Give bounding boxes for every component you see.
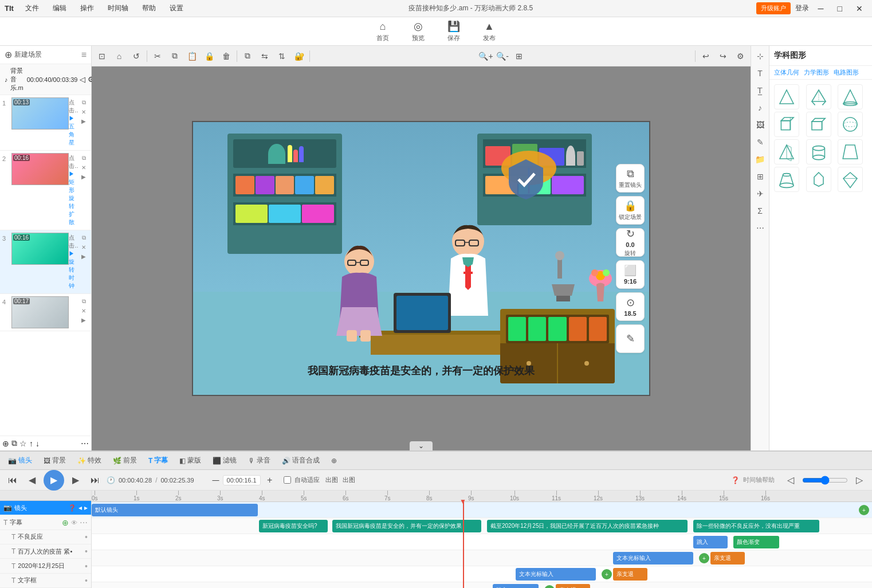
tl-frame-add[interactable]: + <box>264 472 276 488</box>
ctb-cut[interactable]: ✂ <box>150 48 166 64</box>
right-icon-folder[interactable]: 📁 <box>752 151 768 167</box>
ctb-zoom-out[interactable]: 🔍- <box>494 48 510 64</box>
ctb-redo[interactable]: ↪ <box>715 48 731 64</box>
ctb-lock[interactable]: 🔒 <box>201 48 217 64</box>
text1-more[interactable]: • <box>85 532 88 542</box>
shape-cone[interactable] <box>838 84 863 109</box>
scene-item-3[interactable]: 3 00:16 点击添加备注信息之 ▶ 旋转时钟 ⧉ ✕ ▶ <box>0 230 91 294</box>
scene-more-icon[interactable]: ⋯ <box>81 439 89 448</box>
right-icon-transform[interactable]: ⊹ <box>752 48 768 64</box>
menu-operate[interactable]: 操作 <box>78 2 96 14</box>
tl-next-frame[interactable]: ▶ <box>68 472 84 488</box>
tl-frame-input[interactable]: 00:00:16.1 <box>223 475 261 485</box>
scene-add-icon[interactable]: ⊕ <box>2 439 9 448</box>
tl-tab-tts[interactable]: 🔊 语音合成 <box>278 454 323 467</box>
scene-item-1[interactable]: 1 00:13 点击添加备注信息之 ▶ 五角星 ⧉ ✕ ▶ <box>0 95 91 151</box>
tl-tab-subtitle[interactable]: T 字幕 <box>145 454 171 467</box>
menu-file[interactable]: 文件 <box>23 2 41 14</box>
subtitle-clip-1[interactable]: 新冠病毒疫苗安全吗? <box>259 520 328 532</box>
scene-item-4[interactable]: 4 00:17 ⧉ ✕ ▶ <box>0 294 91 331</box>
tl-prev-frame[interactable]: ◀ <box>24 472 40 488</box>
ctb-home[interactable]: ⌂ <box>111 48 127 64</box>
right-icon-table[interactable]: ⊞ <box>752 168 768 185</box>
text3-green-btn[interactable]: + <box>602 569 612 579</box>
tl-tab-more[interactable]: ⊕ <box>328 455 340 467</box>
shape-trapezoid[interactable] <box>838 139 863 164</box>
scene-cb-play-1[interactable]: ▶ <box>80 117 88 125</box>
text1-clip-color[interactable]: 颜色渐变 <box>733 536 779 548</box>
tl-export1[interactable]: 出图 <box>325 476 338 484</box>
scene-cb-copy-4[interactable]: ⧉ <box>80 297 88 305</box>
text4-green-btn[interactable]: + <box>544 585 555 588</box>
text2-clip-anim[interactable]: 亲支退 <box>710 552 745 565</box>
upgrade-button[interactable]: 升级账户 <box>756 2 791 14</box>
ctb-settings[interactable]: ⚙ <box>732 48 748 64</box>
close-button[interactable]: ✕ <box>851 3 867 14</box>
tl-minus[interactable]: — <box>213 476 219 484</box>
right-icon-scissors[interactable]: ✈ <box>752 186 768 202</box>
ctb-group[interactable]: ⧉ <box>239 48 256 64</box>
menu-settings[interactable]: 设置 <box>167 2 186 14</box>
text1-clip-jump[interactable]: 跳入 <box>693 536 728 548</box>
shape-sphere[interactable] <box>838 112 863 137</box>
scene-cb-play-4[interactable]: ▶ <box>80 316 88 324</box>
tl-tab-fx[interactable]: ✨ 特效 <box>74 454 105 467</box>
ctb-zoom-in[interactable]: 🔍+ <box>478 48 494 64</box>
lens-track-help[interactable]: ❓ <box>68 504 76 512</box>
reset-camera-button[interactable]: ⧉ 重置镜头 <box>616 164 645 193</box>
menu-edit[interactable]: 编辑 <box>50 2 69 14</box>
shape-frustum[interactable] <box>774 167 799 192</box>
ctb-lock2[interactable]: 🔐 <box>291 48 307 64</box>
tl-to-start[interactable]: ⏮ <box>5 472 21 488</box>
scene-cb-copy-1[interactable]: ⧉ <box>80 99 88 107</box>
text4-clip-jump[interactable]: 跳入 <box>493 584 539 588</box>
edit-tool[interactable]: ✎ <box>616 324 645 353</box>
text3-more[interactable]: • <box>85 562 88 571</box>
tl-tab-lens[interactable]: 📷 镜头 <box>5 454 36 467</box>
ctb-fit[interactable]: ⊞ <box>511 48 527 64</box>
shape-cube[interactable] <box>774 112 799 137</box>
toolbar-preview[interactable]: ◎ 预览 <box>407 18 429 45</box>
tl-export2[interactable]: 出图 <box>343 476 355 484</box>
tl-play-button[interactable]: ▶ <box>44 470 64 491</box>
ctb-flip-v[interactable]: ⇅ <box>274 48 290 64</box>
right-icon-more[interactable]: ⋯ <box>752 220 768 236</box>
minimize-button[interactable]: ─ <box>814 3 828 14</box>
ctb-undo2[interactable]: ↩ <box>698 48 714 64</box>
shape-cylinder[interactable] <box>806 139 831 164</box>
collapse-handle[interactable]: ⌄ <box>410 441 433 450</box>
lens-clip-default[interactable]: 默认镜头 <box>92 504 258 516</box>
text3-clip-cursor[interactable]: 文本光标输入 <box>516 568 596 581</box>
right-icon-brush[interactable]: ✎ <box>752 134 768 150</box>
ratio-tool[interactable]: ⬜ 9:16 <box>616 260 645 289</box>
tab-3d-geometry[interactable]: 立体几何 <box>774 68 799 77</box>
login-button[interactable]: 登录 <box>795 3 809 13</box>
tl-tab-mask[interactable]: ◧ 蒙版 <box>176 454 205 467</box>
scene-item-2[interactable]: 2 00:16 点击添加备注信息之 ▶ 矩形旋转扩散 ⧉ ✕ ▶ <box>0 151 91 230</box>
tl-tab-record[interactable]: 🎙 录音 <box>245 454 274 467</box>
tl-auto-checkbox[interactable] <box>284 476 291 484</box>
ctb-align-tl[interactable]: ⊡ <box>94 48 110 64</box>
shape-crystal[interactable] <box>806 167 831 192</box>
tl-zoom-in[interactable]: ▷ <box>851 472 867 488</box>
text4-more[interactable]: • <box>85 576 88 585</box>
shape-triangle[interactable] <box>774 84 799 109</box>
subtitle-clip-4[interactable]: 除一些轻微的不良反应外，没有出现严重 <box>693 520 819 532</box>
ctb-undo[interactable]: ↺ <box>128 48 144 64</box>
toolbar-publish[interactable]: ▲ 发布 <box>478 18 500 45</box>
text3-clip-anim[interactable]: 亲支退 <box>613 568 647 581</box>
scene-cb-del-4[interactable]: ✕ <box>80 307 88 315</box>
scene-cb-copy-3[interactable]: ⧉ <box>80 234 88 242</box>
subtitle-more[interactable]: ⋯ <box>80 518 88 527</box>
right-icon-music[interactable]: ♪ <box>752 100 768 116</box>
shape-diamond[interactable] <box>838 167 863 192</box>
text2-clip-cursor[interactable]: 文本光标输入 <box>613 552 693 565</box>
scene-cb-play-3[interactable]: ▶ <box>80 252 88 260</box>
volume-icon[interactable]: ◁ <box>80 75 85 84</box>
tl-tab-filter[interactable]: ⬛ 滤镜 <box>209 454 240 467</box>
shape-pyramid[interactable] <box>806 84 831 109</box>
scene-cb-del-3[interactable]: ✕ <box>80 243 88 251</box>
subtitle-add[interactable]: ⊕ <box>62 518 69 527</box>
tl-tab-bg[interactable]: 🖼 背景 <box>40 454 69 467</box>
ctb-flip-h[interactable]: ⇆ <box>257 48 273 64</box>
